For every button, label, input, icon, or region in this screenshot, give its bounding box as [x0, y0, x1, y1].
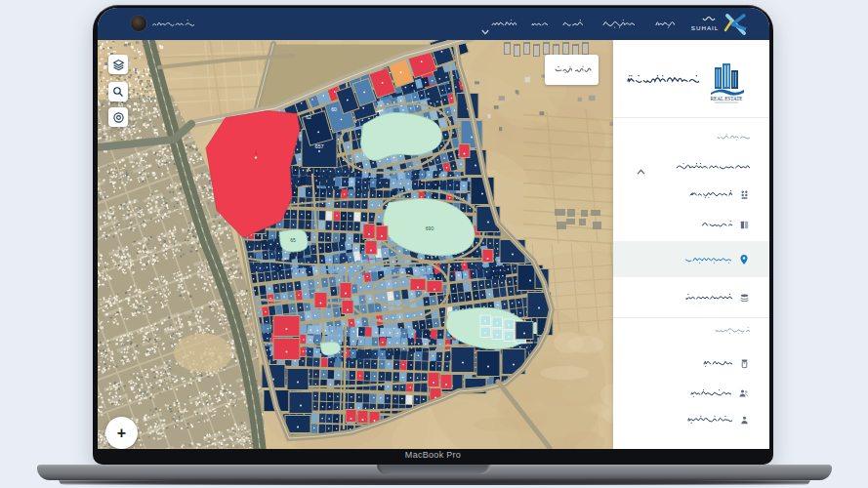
- svg-text:SUHAIL: SUHAIL: [691, 24, 719, 31]
- svg-text:657: 657: [314, 143, 323, 149]
- svg-text:65: 65: [290, 237, 296, 243]
- svg-text:REAL ESTATE: REAL ESTATE: [711, 96, 743, 102]
- svg-text:62: 62: [306, 114, 311, 120]
- svg-text:690: 690: [426, 225, 434, 231]
- svg-text:60: 60: [331, 106, 337, 112]
- svg-text:↓: ↓: [254, 148, 258, 155]
